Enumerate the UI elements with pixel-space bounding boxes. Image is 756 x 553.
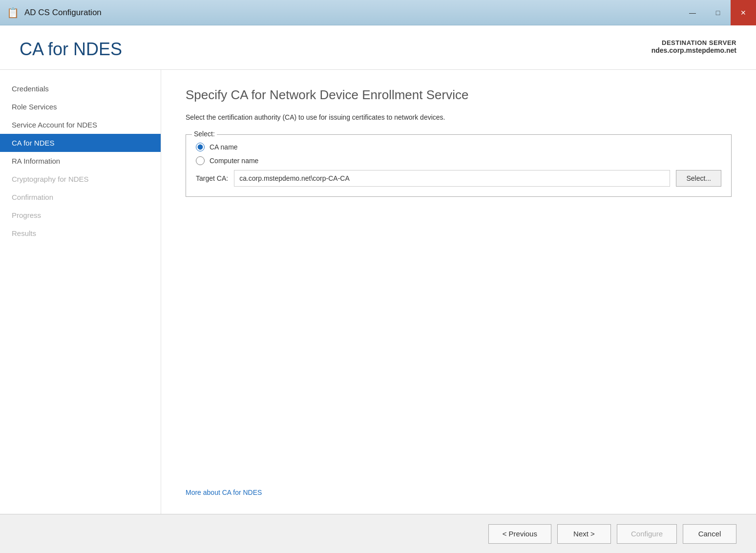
sidebar-item-results: Results	[0, 224, 161, 242]
radio-ca-name-label: CA name	[210, 143, 238, 151]
sidebar-item-confirmation: Confirmation	[0, 188, 161, 206]
main-panel: Specify CA for Network Device Enrollment…	[161, 70, 756, 514]
destination-label: DESTINATION SERVER	[651, 39, 736, 46]
content-area: Credentials Role Services Service Accoun…	[0, 70, 756, 514]
select-ca-button[interactable]: Select...	[676, 170, 721, 187]
description-text: Select the certification authority (CA) …	[186, 112, 732, 123]
page-title: CA for NDES	[20, 39, 122, 60]
radio-computer-name-option[interactable]: Computer name	[196, 156, 721, 165]
app-icon: 📋	[6, 6, 20, 20]
select-group: Select: CA name Computer name Target CA:…	[186, 134, 732, 197]
previous-button[interactable]: < Previous	[488, 524, 551, 544]
radio-computer-name[interactable]	[196, 156, 205, 165]
title-bar: 📋 AD CS Configuration — □ ✕	[0, 0, 756, 25]
minimize-button[interactable]: —	[680, 0, 705, 25]
target-ca-input[interactable]	[234, 170, 670, 187]
title-bar-left: 📋 AD CS Configuration	[6, 6, 102, 20]
maximize-button[interactable]: □	[705, 0, 731, 25]
sidebar-item-cryptography: Cryptography for NDES	[0, 170, 161, 188]
next-button[interactable]: Next >	[557, 524, 611, 544]
cancel-button[interactable]: Cancel	[683, 524, 736, 544]
sidebar-item-service-account[interactable]: Service Account for NDES	[0, 116, 161, 134]
page-header: CA for NDES DESTINATION SERVER ndes.corp…	[0, 25, 756, 70]
radio-ca-name-option[interactable]: CA name	[196, 143, 721, 151]
footer: < Previous Next > Configure Cancel	[0, 514, 756, 553]
section-title: Specify CA for Network Device Enrollment…	[186, 87, 732, 103]
window-title: AD CS Configuration	[24, 8, 102, 18]
window-controls: — □ ✕	[680, 0, 756, 25]
configure-button[interactable]: Configure	[617, 524, 677, 544]
select-legend: Select:	[192, 130, 217, 138]
sidebar-item-role-services[interactable]: Role Services	[0, 98, 161, 116]
close-button[interactable]: ✕	[731, 0, 756, 25]
sidebar-item-ca-for-ndes[interactable]: CA for NDES	[0, 134, 161, 152]
destination-server: ndes.corp.mstepdemo.net	[651, 46, 736, 54]
radio-ca-name[interactable]	[196, 143, 205, 151]
sidebar: Credentials Role Services Service Accoun…	[0, 70, 161, 514]
sidebar-item-ra-information[interactable]: RA Information	[0, 152, 161, 170]
more-about-link[interactable]: More about CA for NDES	[186, 479, 732, 496]
target-ca-row: Target CA: Select...	[196, 170, 721, 187]
main-window: CA for NDES DESTINATION SERVER ndes.corp…	[0, 25, 756, 553]
destination-info: DESTINATION SERVER ndes.corp.mstepdemo.n…	[651, 39, 736, 54]
target-ca-label: Target CA:	[196, 174, 228, 182]
radio-computer-name-label: Computer name	[210, 157, 258, 165]
sidebar-item-credentials[interactable]: Credentials	[0, 80, 161, 98]
sidebar-item-progress: Progress	[0, 206, 161, 224]
